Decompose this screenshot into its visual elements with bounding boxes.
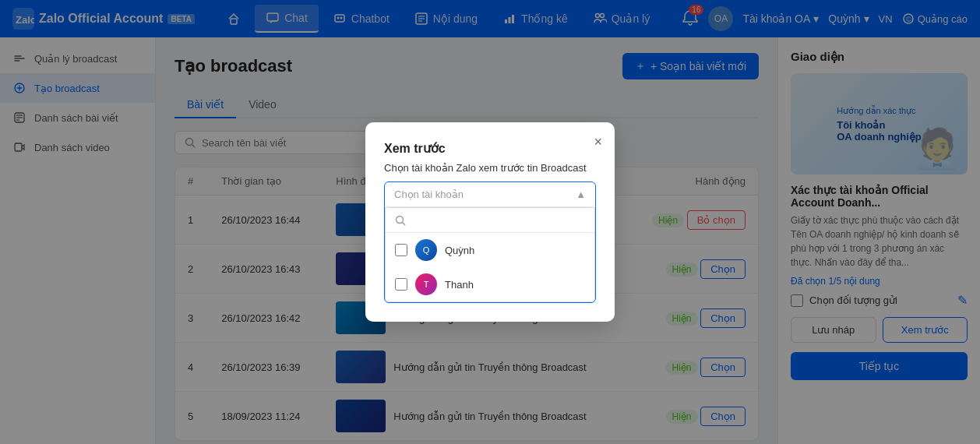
svg-point-30 — [397, 216, 404, 223]
avatar-quynh: Q — [415, 239, 437, 261]
svg-line-31 — [403, 222, 406, 225]
dropdown-open: Q Quỳnh T Thanh — [385, 207, 595, 302]
user-name-thanh: Thanh — [445, 279, 474, 291]
modal-instruction: Chọn tài khoản Zalo xem trước tin Broadc… — [384, 162, 596, 174]
account-select-wrapper: Chọn tài khoản ▲ Q Quỳnh T Thanh — [384, 181, 596, 303]
modal-overlay[interactable]: Xem trước × Chọn tài khoản Zalo xem trướ… — [0, 0, 980, 444]
avatar-thanh: T — [415, 273, 437, 295]
dropdown-item-quynh[interactable]: Q Quỳnh — [386, 233, 594, 267]
account-select-dropdown[interactable]: Chọn tài khoản ▲ — [385, 182, 595, 207]
modal-close-button[interactable]: × — [594, 135, 602, 149]
dropdown-search-row — [386, 208, 594, 233]
select-chevron-icon: ▲ — [576, 189, 586, 200]
dropdown-search-input[interactable] — [412, 214, 585, 226]
preview-modal: Xem trước × Chọn tài khoản Zalo xem trướ… — [365, 122, 615, 322]
user-name-quynh: Quỳnh — [445, 245, 474, 256]
account-select-placeholder: Chọn tài khoản — [394, 189, 464, 200]
dropdown-item-thanh[interactable]: T Thanh — [386, 267, 594, 301]
modal-title: Xem trước — [384, 141, 596, 156]
checkbox-quynh[interactable] — [395, 244, 407, 256]
checkbox-thanh[interactable] — [395, 278, 407, 291]
dropdown-search-icon — [395, 215, 406, 226]
